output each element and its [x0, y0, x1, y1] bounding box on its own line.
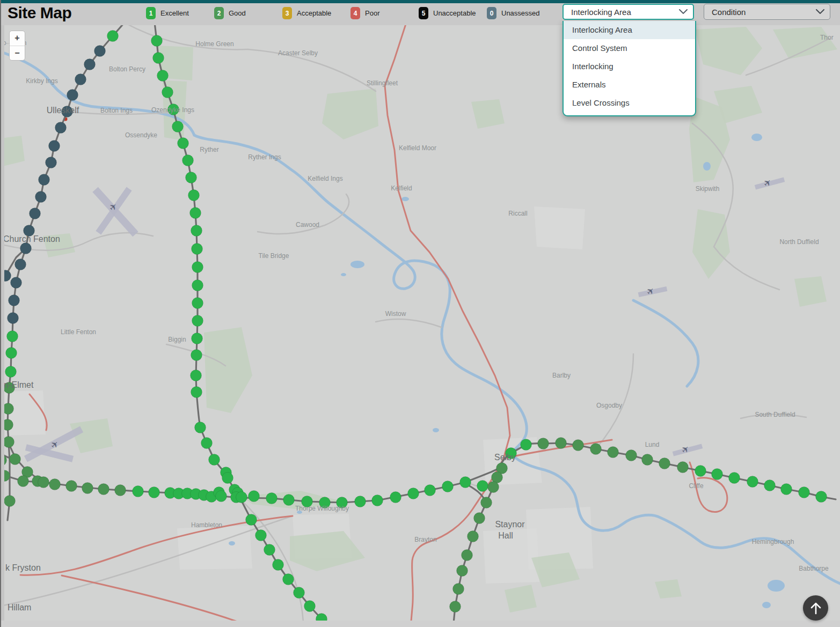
asset-dot[interactable] [626, 450, 637, 461]
asset-dot[interactable] [747, 476, 758, 488]
asset-dot[interactable] [4, 437, 14, 448]
asset-dot[interactable] [4, 270, 11, 282]
asset-dot[interactable] [4, 419, 13, 431]
dropdown-option[interactable]: Level Crossings [564, 94, 695, 112]
asset-dot[interactable] [266, 493, 277, 504]
asset-dot[interactable] [195, 422, 206, 433]
asset-dot[interactable] [75, 74, 86, 85]
zoom-in-button[interactable]: + [10, 31, 25, 46]
condition-filter-select[interactable]: Condition [704, 4, 830, 20]
asset-dot[interactable] [192, 333, 203, 344]
asset-dot[interactable] [273, 559, 284, 571]
asset-dot[interactable] [590, 444, 602, 455]
asset-dot[interactable] [695, 466, 706, 477]
asset-dot[interactable] [457, 565, 468, 577]
zoom-out-button[interactable]: − [10, 46, 25, 61]
asset-dot[interactable] [66, 481, 77, 492]
dropdown-option[interactable]: Control System [564, 39, 695, 57]
asset-dot[interactable] [477, 481, 488, 492]
asset-dot[interactable] [191, 370, 202, 381]
asset-dot[interactable] [408, 488, 419, 499]
asset-dot[interactable] [82, 483, 93, 494]
asset-dot[interactable] [39, 174, 50, 186]
asset-dot[interactable] [573, 440, 584, 451]
asset-dot[interactable] [659, 458, 670, 469]
asset-dot[interactable] [304, 601, 316, 612]
asset-dot[interactable] [799, 487, 810, 498]
asset-dot[interactable] [781, 484, 792, 495]
dropdown-option[interactable]: Interlocking [564, 57, 695, 76]
asset-dot[interactable] [283, 495, 295, 506]
asset-dot[interactable] [5, 366, 17, 378]
asset-dot[interactable] [246, 514, 257, 526]
asset-dot[interactable] [191, 350, 202, 361]
asset-dot[interactable] [182, 155, 194, 166]
asset-dot[interactable] [608, 447, 619, 458]
asset-dot[interactable] [20, 243, 32, 254]
asset-dot[interactable] [8, 313, 19, 324]
asset-dot[interactable] [216, 491, 227, 502]
asset-dot[interactable] [201, 438, 213, 449]
asset-dot[interactable] [55, 122, 67, 134]
asset-dot[interactable] [151, 35, 163, 47]
asset-dot[interactable] [84, 59, 96, 70]
asset-dot[interactable] [294, 587, 305, 599]
asset-dot[interactable] [149, 487, 160, 498]
asset-dot[interactable] [642, 454, 653, 466]
asset-dot[interactable] [677, 462, 689, 473]
asset-dot[interactable] [236, 492, 247, 503]
asset-dot[interactable] [462, 550, 473, 561]
asset-dot[interactable] [425, 485, 436, 496]
asset-dot[interactable] [35, 191, 47, 203]
asset-dot[interactable] [249, 491, 260, 502]
asset-dot[interactable] [153, 53, 164, 64]
scroll-to-top-button[interactable] [803, 595, 828, 621]
asset-dot[interactable] [460, 477, 471, 488]
asset-dot[interactable] [450, 601, 461, 613]
asset-dot[interactable] [538, 438, 549, 449]
asset-dot[interactable] [192, 315, 203, 327]
asset-dot[interactable] [488, 482, 499, 493]
asset-dot[interactable] [157, 70, 169, 82]
asset-dot[interactable] [255, 530, 267, 541]
asset-dot[interactable] [521, 439, 532, 451]
asset-dot[interactable] [209, 454, 220, 466]
asset-dot[interactable] [468, 531, 479, 542]
asset-dot[interactable] [46, 157, 57, 168]
asset-dot[interactable] [191, 225, 202, 237]
asset-dot[interactable] [764, 480, 776, 491]
asset-dot[interactable] [192, 244, 203, 255]
asset-dot[interactable] [9, 295, 20, 306]
asset-dot[interactable] [107, 31, 119, 42]
asset-dot[interactable] [192, 298, 203, 309]
asset-dot[interactable] [712, 469, 723, 480]
asset-dot[interactable] [453, 584, 464, 595]
asset-dot[interactable] [162, 87, 173, 98]
asset-dot[interactable] [98, 484, 109, 495]
asset-dot[interactable] [15, 259, 26, 270]
asset-dot[interactable] [816, 491, 827, 503]
asset-dot[interactable] [7, 331, 18, 342]
asset-dot[interactable] [474, 513, 485, 524]
asset-dot[interactable] [4, 403, 14, 415]
asset-dot[interactable] [133, 486, 144, 497]
asset-dot[interactable] [355, 496, 366, 507]
asset-dot[interactable] [18, 476, 29, 487]
asset-dot[interactable] [186, 172, 197, 183]
asset-dot[interactable] [192, 280, 203, 291]
asset-dot[interactable] [30, 208, 41, 219]
asset-dot[interactable] [556, 438, 567, 449]
asset-dot[interactable] [283, 574, 294, 585]
asset-dot[interactable] [94, 46, 106, 57]
asset-dot[interactable] [67, 90, 78, 101]
asset-dot[interactable] [38, 477, 49, 488]
category-filter-select[interactable]: Interlocking Area [563, 4, 694, 20]
map-container[interactable]: ✈✈✈✈✈logtonsHolme GreenAcaster SelbyStil… [4, 25, 840, 621]
asset-dot[interactable] [222, 473, 233, 484]
asset-dot[interactable] [190, 208, 201, 219]
asset-dot[interactable] [49, 479, 61, 490]
asset-dot[interactable] [390, 492, 401, 503]
dropdown-option[interactable]: Externals [564, 76, 695, 94]
asset-dot[interactable] [729, 473, 740, 484]
asset-dot[interactable] [115, 485, 126, 496]
